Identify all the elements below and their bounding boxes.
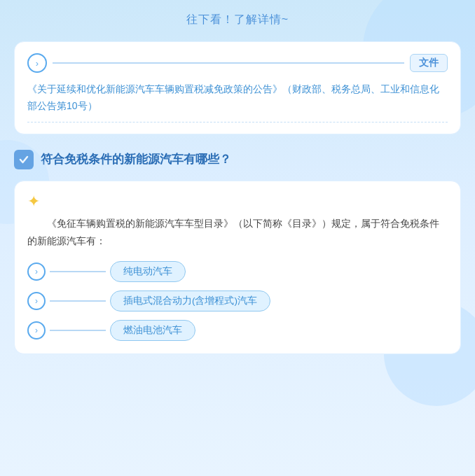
- doc-card-header: › 文件: [27, 53, 448, 73]
- chevron-right-icon-1: ›: [35, 267, 38, 276]
- chevron-right-icon-3: ›: [35, 326, 38, 335]
- content-card: ✦ 《免征车辆购置税的新能源汽车车型目录》（以下简称《目录》）规定，属于符合免税…: [14, 181, 461, 354]
- item-label-2[interactable]: 插电式混合动力(含增程式)汽车: [110, 290, 270, 312]
- checkmark-svg: [18, 154, 29, 165]
- doc-title: 《关于延续和优化新能源汽车车辆购置税减免政策的公告》（财政部、税务总局、工业和信…: [27, 81, 448, 115]
- sparkle-icon: ✦: [27, 194, 448, 209]
- list-item: › 插电式混合动力(含增程式)汽车: [27, 290, 448, 312]
- item-arrow-icon-1[interactable]: ›: [27, 262, 46, 281]
- header-text: 往下看！了解详情~: [14, 13, 461, 27]
- section-heading: 符合免税条件的新能源汽车有哪些？: [14, 150, 461, 169]
- check-icon-box: [14, 150, 34, 169]
- item-arrow-icon-3[interactable]: ›: [27, 321, 46, 340]
- item-label-1[interactable]: 纯电动汽车: [110, 261, 186, 282]
- doc-card: › 文件 《关于延续和优化新能源汽车车辆购置税减免政策的公告》（财政部、税务总局…: [14, 41, 461, 134]
- item-line-1: [50, 271, 106, 272]
- list-item: › 纯电动汽车: [27, 261, 448, 282]
- card-body-text: 《免征车辆购置税的新能源汽车车型目录》（以下简称《目录》）规定，属于符合免税条件…: [27, 215, 448, 250]
- chevron-right-icon: ›: [36, 59, 39, 68]
- item-arrow-icon-2[interactable]: ›: [27, 292, 46, 310]
- list-item: › 燃油电池汽车: [27, 320, 448, 341]
- section-heading-text: 符合免税条件的新能源汽车有哪些？: [41, 151, 231, 167]
- file-tag-badge: 文件: [410, 54, 448, 72]
- chevron-right-icon-2: ›: [35, 297, 38, 305]
- item-line-2: [50, 300, 106, 302]
- item-label-3[interactable]: 燃油电池汽车: [110, 320, 195, 341]
- page-wrapper: 往下看！了解详情~ › 文件 《关于延续和优化新能源汽车车辆购置税减免政策的公告…: [0, 0, 475, 476]
- line-decoration: [53, 62, 404, 64]
- doc-arrow-icon[interactable]: ›: [27, 53, 47, 73]
- item-line-3: [50, 330, 106, 331]
- doc-divider: [27, 122, 448, 122]
